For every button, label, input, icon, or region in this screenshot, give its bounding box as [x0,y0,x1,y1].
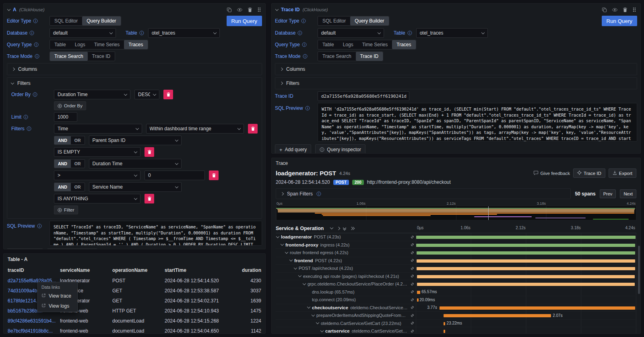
trace-id-button[interactable]: Trace ID [573,168,605,178]
run-query-button[interactable]: Run Query [227,16,262,26]
span-bar[interactable] [417,251,636,255]
col-header-starttime[interactable]: startTime [165,267,229,273]
query-builder-option[interactable]: Query Builder [82,16,120,25]
span-row[interactable]: loadgeneratorPOST (4.23s) [276,233,636,241]
query-type-table[interactable]: Table [50,40,70,49]
minimap-cursor[interactable] [488,206,489,220]
give-feedback-button[interactable]: Give feedback [533,171,570,176]
table-select[interactable]: otel_traces [416,28,488,38]
filter1-field-select[interactable]: Parent Span ID [89,136,182,145]
columns-section-header[interactable]: Columns [275,64,637,75]
filters-section-header[interactable]: Filters [275,78,637,89]
and-option[interactable]: AND [54,136,71,144]
info-icon[interactable] [301,18,306,23]
collapse-chevron-icon[interactable] [275,7,279,10]
col-header-duration[interactable]: duration [229,267,261,273]
span-bar[interactable] [417,298,418,302]
span-filters-header[interactable]: Span Filters [276,188,571,199]
trace-id-option[interactable]: Trace ID [88,52,115,61]
query-type-timeseries[interactable]: Time Series [90,40,124,49]
chevron-down-icon[interactable] [289,258,293,261]
info-icon[interactable] [303,54,308,59]
or-option[interactable]: OR [71,183,85,191]
or-option[interactable]: OR [71,160,85,168]
sql-editor-option[interactable]: SQL Editor [50,16,82,25]
run-query-button[interactable]: Run Query [602,16,637,26]
eye-icon[interactable] [237,7,243,12]
minimap-canvas[interactable] [276,206,636,220]
chevron-down-icon[interactable] [294,266,297,269]
col-header-operationname[interactable]: operationName [112,267,165,273]
expand-one-icon[interactable] [336,226,340,230]
drag-handle-icon[interactable] [257,7,261,12]
info-icon[interactable] [23,115,28,119]
order-by-field-select[interactable]: Duration Time [54,90,130,99]
span-row[interactable]: dns.lookup (65.57ms) 65.57ms [276,288,636,296]
sql-preview-code[interactable]: SELECT "TraceId" as traceID, "ServiceNam… [50,221,262,246]
remove-filter1-button[interactable] [144,147,154,157]
columns-section-header[interactable]: Columns [7,64,262,75]
and-option[interactable]: AND [54,160,71,168]
chevron-down-icon[interactable] [307,305,310,308]
order-by-direction-select[interactable]: DESC [134,90,159,99]
link-icon[interactable] [410,235,416,239]
chevron-down-icon[interactable] [281,242,284,246]
remove-order-by-button[interactable] [163,90,173,99]
remove-time-filter-button[interactable] [248,124,258,134]
span-bar[interactable] [417,291,420,294]
next-button[interactable]: Next [620,189,636,198]
export-button[interactable]: Export [609,168,636,178]
query-type-timeseries[interactable]: Time Series [358,40,392,49]
table-panel-title[interactable]: Table - A [4,254,265,265]
span-timeline[interactable]: 3.77s [416,304,636,312]
link-icon[interactable] [410,251,416,255]
table-select[interactable]: otel_traces [148,28,220,38]
col-header-traceid[interactable]: traceID [8,267,60,273]
trace-id-input[interactable]: d2a7155ef6a928a05680e5ff6190241d [318,91,409,101]
scrollbar[interactable] [638,246,640,294]
trace-minimap[interactable]: 0μs 1.06s 2.12s 3.18s 4.24s [276,201,636,220]
link-icon[interactable] [410,274,416,278]
database-select[interactable]: default [50,28,116,38]
span-timeline[interactable] [416,280,636,288]
query-type-traces[interactable]: Traces [392,40,415,49]
span-bar[interactable] [417,275,635,278]
remove-filter3-button[interactable] [144,194,154,203]
span-bar[interactable] [417,259,635,263]
span-row[interactable]: cartserviceoteldemo.CartService/GetCart [276,327,636,333]
info-icon[interactable] [407,31,412,35]
sql-editor-option[interactable]: SQL Editor [318,16,350,25]
span-bar[interactable] [416,236,636,239]
span-bar[interactable] [417,283,634,286]
drag-handle-icon[interactable] [632,7,636,12]
chevron-down-icon[interactable] [316,321,319,324]
trace-search-option[interactable]: Trace Search [318,52,356,61]
filters-section-header[interactable]: Filters [7,78,262,89]
limit-input[interactable]: 1000 [54,112,77,122]
expand-all-icon[interactable] [349,227,354,230]
span-timeline[interactable] [416,249,636,257]
link-icon[interactable] [410,329,416,333]
info-icon[interactable] [139,31,144,35]
time-filter-field-select[interactable]: Time [54,124,142,134]
collapse-one-icon[interactable] [330,226,333,229]
query-inspector-button[interactable]: Query inspector [315,144,365,154]
span-bar[interactable] [440,306,635,310]
collapse-all-icon[interactable] [343,226,346,230]
info-icon[interactable] [35,54,39,59]
filter2-operator-select[interactable]: > [54,171,140,180]
span-timeline[interactable] [416,241,636,249]
add-filter-button[interactable]: Filter [54,205,78,214]
info-icon[interactable] [302,42,307,47]
link-icon[interactable] [410,282,416,286]
trash-icon[interactable] [623,7,627,12]
info-icon[interactable] [34,42,39,47]
chevron-down-icon[interactable] [285,251,288,254]
query-type-traces[interactable]: Traces [124,40,147,49]
span-bar[interactable] [444,330,445,333]
span-bar[interactable] [417,267,635,270]
prev-button[interactable]: Prev [600,189,616,198]
add-query-button[interactable]: +Add query [275,144,311,154]
query-builder-option[interactable]: Query Builder [350,16,388,25]
filter2-value-input[interactable]: 0 [144,171,205,180]
